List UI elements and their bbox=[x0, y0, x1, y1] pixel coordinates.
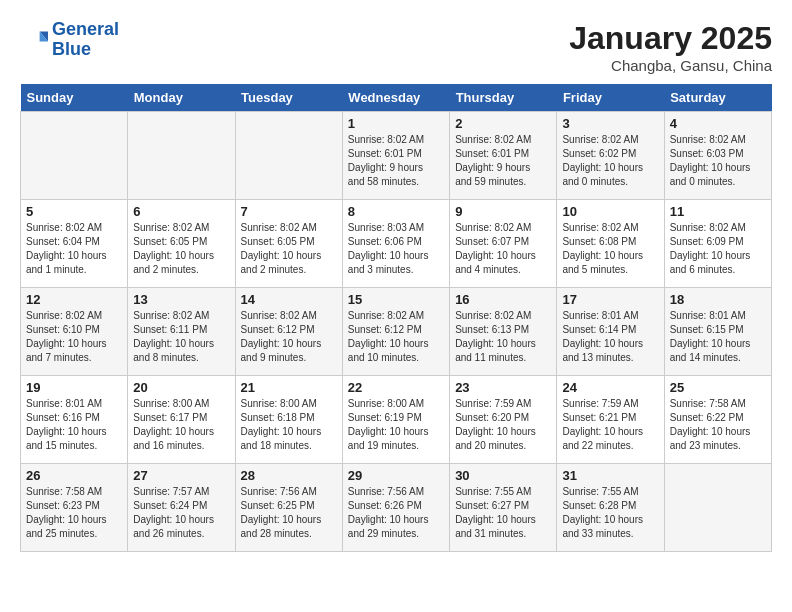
calendar-cell: 15Sunrise: 8:02 AM Sunset: 6:12 PM Dayli… bbox=[342, 288, 449, 376]
calendar-cell bbox=[21, 112, 128, 200]
day-number: 17 bbox=[562, 292, 658, 307]
day-info: Sunrise: 8:02 AM Sunset: 6:01 PM Dayligh… bbox=[348, 133, 444, 189]
day-info: Sunrise: 8:02 AM Sunset: 6:04 PM Dayligh… bbox=[26, 221, 122, 277]
day-info: Sunrise: 8:02 AM Sunset: 6:03 PM Dayligh… bbox=[670, 133, 766, 189]
calendar-cell: 18Sunrise: 8:01 AM Sunset: 6:15 PM Dayli… bbox=[664, 288, 771, 376]
logo: General Blue bbox=[20, 20, 119, 60]
day-info: Sunrise: 8:01 AM Sunset: 6:16 PM Dayligh… bbox=[26, 397, 122, 453]
week-row-4: 19Sunrise: 8:01 AM Sunset: 6:16 PM Dayli… bbox=[21, 376, 772, 464]
day-number: 12 bbox=[26, 292, 122, 307]
day-info: Sunrise: 8:01 AM Sunset: 6:15 PM Dayligh… bbox=[670, 309, 766, 365]
day-info: Sunrise: 8:00 AM Sunset: 6:18 PM Dayligh… bbox=[241, 397, 337, 453]
day-number: 18 bbox=[670, 292, 766, 307]
day-info: Sunrise: 8:02 AM Sunset: 6:10 PM Dayligh… bbox=[26, 309, 122, 365]
calendar-cell bbox=[235, 112, 342, 200]
week-row-2: 5Sunrise: 8:02 AM Sunset: 6:04 PM Daylig… bbox=[21, 200, 772, 288]
day-info: Sunrise: 7:55 AM Sunset: 6:27 PM Dayligh… bbox=[455, 485, 551, 541]
column-header-friday: Friday bbox=[557, 84, 664, 112]
calendar-cell: 27Sunrise: 7:57 AM Sunset: 6:24 PM Dayli… bbox=[128, 464, 235, 552]
calendar-body: 1Sunrise: 8:02 AM Sunset: 6:01 PM Daylig… bbox=[21, 112, 772, 552]
day-info: Sunrise: 8:00 AM Sunset: 6:19 PM Dayligh… bbox=[348, 397, 444, 453]
page-header: General Blue January 2025 Changba, Gansu… bbox=[20, 20, 772, 74]
day-number: 13 bbox=[133, 292, 229, 307]
day-number: 1 bbox=[348, 116, 444, 131]
day-number: 14 bbox=[241, 292, 337, 307]
day-number: 25 bbox=[670, 380, 766, 395]
calendar-cell: 7Sunrise: 8:02 AM Sunset: 6:05 PM Daylig… bbox=[235, 200, 342, 288]
day-number: 6 bbox=[133, 204, 229, 219]
column-header-saturday: Saturday bbox=[664, 84, 771, 112]
calendar-cell: 26Sunrise: 7:58 AM Sunset: 6:23 PM Dayli… bbox=[21, 464, 128, 552]
logo-icon bbox=[20, 26, 48, 54]
day-number: 7 bbox=[241, 204, 337, 219]
calendar-cell: 19Sunrise: 8:01 AM Sunset: 6:16 PM Dayli… bbox=[21, 376, 128, 464]
day-info: Sunrise: 8:02 AM Sunset: 6:11 PM Dayligh… bbox=[133, 309, 229, 365]
day-number: 22 bbox=[348, 380, 444, 395]
logo-text: General Blue bbox=[52, 20, 119, 60]
calendar-cell: 30Sunrise: 7:55 AM Sunset: 6:27 PM Dayli… bbox=[450, 464, 557, 552]
calendar-cell: 28Sunrise: 7:56 AM Sunset: 6:25 PM Dayli… bbox=[235, 464, 342, 552]
calendar-cell: 16Sunrise: 8:02 AM Sunset: 6:13 PM Dayli… bbox=[450, 288, 557, 376]
calendar-title: January 2025 bbox=[569, 20, 772, 57]
column-header-sunday: Sunday bbox=[21, 84, 128, 112]
column-header-tuesday: Tuesday bbox=[235, 84, 342, 112]
calendar-cell: 24Sunrise: 7:59 AM Sunset: 6:21 PM Dayli… bbox=[557, 376, 664, 464]
calendar-cell: 8Sunrise: 8:03 AM Sunset: 6:06 PM Daylig… bbox=[342, 200, 449, 288]
day-number: 29 bbox=[348, 468, 444, 483]
calendar-cell: 14Sunrise: 8:02 AM Sunset: 6:12 PM Dayli… bbox=[235, 288, 342, 376]
day-number: 21 bbox=[241, 380, 337, 395]
day-number: 10 bbox=[562, 204, 658, 219]
day-number: 4 bbox=[670, 116, 766, 131]
day-number: 27 bbox=[133, 468, 229, 483]
calendar-cell: 25Sunrise: 7:58 AM Sunset: 6:22 PM Dayli… bbox=[664, 376, 771, 464]
day-info: Sunrise: 8:02 AM Sunset: 6:09 PM Dayligh… bbox=[670, 221, 766, 277]
calendar-cell: 17Sunrise: 8:01 AM Sunset: 6:14 PM Dayli… bbox=[557, 288, 664, 376]
day-info: Sunrise: 8:02 AM Sunset: 6:01 PM Dayligh… bbox=[455, 133, 551, 189]
day-number: 26 bbox=[26, 468, 122, 483]
day-number: 19 bbox=[26, 380, 122, 395]
day-info: Sunrise: 7:56 AM Sunset: 6:26 PM Dayligh… bbox=[348, 485, 444, 541]
day-number: 16 bbox=[455, 292, 551, 307]
day-info: Sunrise: 7:59 AM Sunset: 6:21 PM Dayligh… bbox=[562, 397, 658, 453]
calendar-cell: 11Sunrise: 8:02 AM Sunset: 6:09 PM Dayli… bbox=[664, 200, 771, 288]
calendar-cell: 9Sunrise: 8:02 AM Sunset: 6:07 PM Daylig… bbox=[450, 200, 557, 288]
calendar-cell: 20Sunrise: 8:00 AM Sunset: 6:17 PM Dayli… bbox=[128, 376, 235, 464]
day-info: Sunrise: 8:02 AM Sunset: 6:08 PM Dayligh… bbox=[562, 221, 658, 277]
calendar-cell: 3Sunrise: 8:02 AM Sunset: 6:02 PM Daylig… bbox=[557, 112, 664, 200]
calendar-cell bbox=[664, 464, 771, 552]
calendar-cell: 10Sunrise: 8:02 AM Sunset: 6:08 PM Dayli… bbox=[557, 200, 664, 288]
day-info: Sunrise: 8:01 AM Sunset: 6:14 PM Dayligh… bbox=[562, 309, 658, 365]
day-number: 8 bbox=[348, 204, 444, 219]
day-number: 5 bbox=[26, 204, 122, 219]
calendar-cell: 29Sunrise: 7:56 AM Sunset: 6:26 PM Dayli… bbox=[342, 464, 449, 552]
week-row-5: 26Sunrise: 7:58 AM Sunset: 6:23 PM Dayli… bbox=[21, 464, 772, 552]
day-info: Sunrise: 7:57 AM Sunset: 6:24 PM Dayligh… bbox=[133, 485, 229, 541]
calendar-cell: 13Sunrise: 8:02 AM Sunset: 6:11 PM Dayli… bbox=[128, 288, 235, 376]
day-info: Sunrise: 7:58 AM Sunset: 6:22 PM Dayligh… bbox=[670, 397, 766, 453]
day-info: Sunrise: 7:58 AM Sunset: 6:23 PM Dayligh… bbox=[26, 485, 122, 541]
calendar-table: SundayMondayTuesdayWednesdayThursdayFrid… bbox=[20, 84, 772, 552]
day-info: Sunrise: 8:02 AM Sunset: 6:05 PM Dayligh… bbox=[133, 221, 229, 277]
day-info: Sunrise: 8:02 AM Sunset: 6:12 PM Dayligh… bbox=[348, 309, 444, 365]
day-number: 20 bbox=[133, 380, 229, 395]
day-number: 31 bbox=[562, 468, 658, 483]
day-number: 9 bbox=[455, 204, 551, 219]
calendar-header-row: SundayMondayTuesdayWednesdayThursdayFrid… bbox=[21, 84, 772, 112]
day-number: 3 bbox=[562, 116, 658, 131]
day-number: 28 bbox=[241, 468, 337, 483]
day-number: 15 bbox=[348, 292, 444, 307]
day-info: Sunrise: 8:03 AM Sunset: 6:06 PM Dayligh… bbox=[348, 221, 444, 277]
day-info: Sunrise: 8:02 AM Sunset: 6:07 PM Dayligh… bbox=[455, 221, 551, 277]
calendar-cell: 31Sunrise: 7:55 AM Sunset: 6:28 PM Dayli… bbox=[557, 464, 664, 552]
day-number: 2 bbox=[455, 116, 551, 131]
calendar-cell: 5Sunrise: 8:02 AM Sunset: 6:04 PM Daylig… bbox=[21, 200, 128, 288]
day-info: Sunrise: 7:59 AM Sunset: 6:20 PM Dayligh… bbox=[455, 397, 551, 453]
calendar-cell: 2Sunrise: 8:02 AM Sunset: 6:01 PM Daylig… bbox=[450, 112, 557, 200]
calendar-cell: 21Sunrise: 8:00 AM Sunset: 6:18 PM Dayli… bbox=[235, 376, 342, 464]
day-number: 24 bbox=[562, 380, 658, 395]
calendar-cell: 6Sunrise: 8:02 AM Sunset: 6:05 PM Daylig… bbox=[128, 200, 235, 288]
calendar-cell: 4Sunrise: 8:02 AM Sunset: 6:03 PM Daylig… bbox=[664, 112, 771, 200]
day-info: Sunrise: 8:02 AM Sunset: 6:13 PM Dayligh… bbox=[455, 309, 551, 365]
day-info: Sunrise: 7:56 AM Sunset: 6:25 PM Dayligh… bbox=[241, 485, 337, 541]
day-number: 11 bbox=[670, 204, 766, 219]
